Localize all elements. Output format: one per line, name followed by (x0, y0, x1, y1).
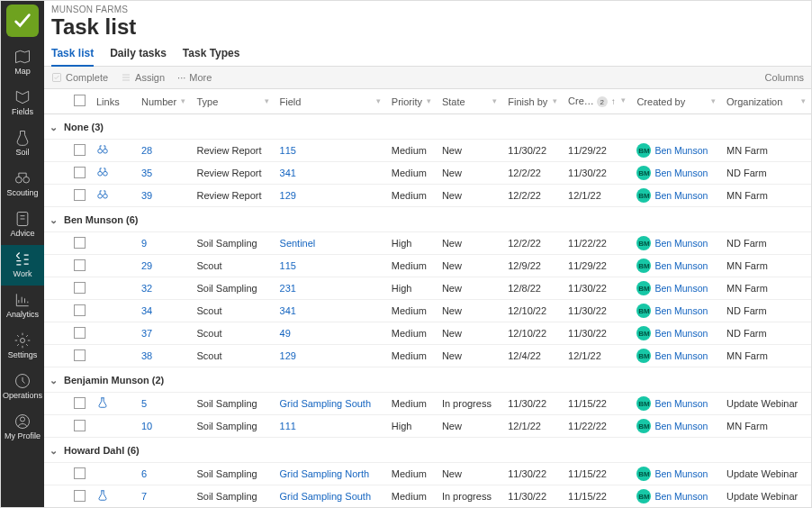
avatar[interactable]: BMBen Munson (636, 349, 708, 363)
task-number-link[interactable]: 7 (141, 491, 147, 502)
avatar[interactable]: BMBen Munson (636, 166, 708, 180)
field-link[interactable]: 129 (280, 190, 296, 201)
checkbox-icon[interactable] (74, 95, 86, 106)
col-priority[interactable]: Priority▾ (386, 89, 437, 114)
cell-number[interactable]: 38 (136, 345, 191, 367)
cell-field[interactable]: 111 (275, 415, 386, 438)
avatar[interactable]: BMBen Munson (636, 188, 708, 203)
cell-field[interactable]: 49 (275, 322, 386, 345)
cell-number[interactable]: 34 (136, 300, 191, 322)
filter-icon[interactable]: ▾ (801, 96, 806, 105)
table-row[interactable]: 5Soil SamplingGrid Sampling SouthMediumI… (44, 393, 811, 415)
cell-field[interactable]: 341 (275, 162, 386, 185)
field-link[interactable]: Grid Sampling South (280, 491, 372, 502)
checkbox-icon[interactable] (74, 397, 86, 409)
cell-field[interactable]: 129 (275, 185, 386, 207)
filter-icon[interactable]: ▾ (376, 96, 381, 105)
checkbox-icon[interactable] (74, 144, 86, 156)
task-number-link[interactable]: 37 (141, 328, 152, 339)
task-number-link[interactable]: 32 (141, 283, 152, 294)
checkbox-icon[interactable] (74, 259, 86, 271)
cell-number[interactable]: 29 (136, 255, 191, 277)
avatar[interactable]: BMBen Munson (636, 259, 708, 273)
checkbox-icon[interactable] (74, 167, 86, 178)
sidebar-item-scouting[interactable]: Scouting (1, 164, 44, 204)
sidebar-item-map[interactable]: Map (1, 42, 44, 83)
table-row[interactable]: 7Soil SamplingGrid Sampling SouthMediumI… (44, 485, 811, 508)
task-number-link[interactable]: 29 (141, 260, 152, 271)
col-links[interactable]: Links (91, 89, 136, 114)
table-row[interactable]: 35Review Report341MediumNew12/2/2211/30/… (44, 162, 811, 185)
table-row[interactable]: 34Scout341MediumNew12/10/2211/30/22BMBen… (44, 300, 811, 322)
col-field[interactable]: Field▾ (275, 89, 386, 114)
group-header[interactable]: ⌄None (3) (44, 114, 811, 140)
table-row[interactable]: 39Review Report129MediumNew12/2/2212/1/2… (44, 185, 811, 207)
table-row[interactable]: 6Soil SamplingGrid Sampling NorthMediumN… (44, 463, 811, 485)
cell-select[interactable] (68, 277, 91, 300)
col-number[interactable]: Number▾ (136, 89, 191, 114)
col-select[interactable] (68, 89, 91, 114)
table-row[interactable]: 29Scout115MediumNew12/9/2211/29/22BMBen … (44, 255, 811, 277)
filter-icon[interactable]: ▾ (265, 96, 269, 105)
col-created-by[interactable]: Created by▾ (631, 89, 721, 114)
checkbox-icon[interactable] (74, 327, 86, 339)
sidebar-item-operations[interactable]: Operations (1, 367, 44, 407)
filter-icon[interactable]: ▾ (621, 95, 626, 104)
binoculars-icon[interactable] (96, 143, 109, 156)
cell-number[interactable]: 39 (136, 185, 191, 207)
cell-number[interactable]: 5 (136, 393, 191, 415)
table-row[interactable]: 28Review Report115MediumNew11/30/2211/29… (44, 140, 811, 162)
sidebar-item-work[interactable]: Work (1, 245, 44, 286)
filter-icon[interactable]: ▾ (427, 96, 431, 105)
filter-icon[interactable]: ▾ (492, 96, 497, 105)
tab-daily-tasks[interactable]: Daily tasks (110, 41, 167, 66)
cell-select[interactable] (68, 415, 91, 438)
field-link[interactable]: 49 (280, 328, 291, 339)
field-link[interactable]: Sentinel (280, 238, 316, 249)
group-header[interactable]: ⌄Howard Dahl (6) (44, 438, 811, 463)
tab-task-list[interactable]: Task list (51, 41, 94, 66)
cell-field[interactable]: 115 (275, 140, 386, 162)
sidebar-item-soil[interactable]: Soil (1, 123, 44, 164)
binoculars-icon[interactable] (96, 166, 109, 178)
col-state[interactable]: State▾ (437, 89, 502, 114)
avatar[interactable]: BMBen Munson (636, 304, 708, 318)
field-link[interactable]: Grid Sampling North (280, 468, 370, 479)
field-link[interactable]: 341 (280, 168, 296, 178)
task-number-link[interactable]: 9 (141, 238, 147, 249)
sidebar-item-analytics[interactable]: Analytics (1, 286, 44, 326)
field-link[interactable]: 341 (280, 305, 296, 316)
checkbox-icon[interactable] (74, 490, 86, 502)
assign-button[interactable]: Assign (121, 72, 165, 83)
col-type[interactable]: Type▾ (191, 89, 274, 114)
cell-number[interactable]: 32 (136, 277, 191, 300)
checkbox-icon[interactable] (74, 467, 86, 479)
field-link[interactable]: 231 (280, 283, 296, 294)
field-link[interactable]: 129 (280, 350, 296, 361)
cell-select[interactable] (68, 463, 91, 485)
avatar[interactable]: BMBen Munson (636, 396, 708, 411)
table-row[interactable]: 37Scout49MediumNew12/10/2211/30/22BMBen … (44, 322, 811, 345)
group-header[interactable]: ⌄Benjamin Munson (2) (44, 367, 811, 393)
cell-number[interactable]: 37 (136, 322, 191, 345)
cell-select[interactable] (68, 162, 91, 185)
task-number-link[interactable]: 6 (141, 468, 147, 479)
task-number-link[interactable]: 39 (141, 190, 152, 201)
table-row[interactable]: 38Scout129MediumNew12/4/2212/1/22BMBen M… (44, 345, 811, 367)
cell-field[interactable]: Sentinel (275, 232, 386, 255)
sidebar-item-advice[interactable]: Advice (1, 204, 44, 245)
binoculars-icon[interactable] (96, 188, 109, 201)
table-row[interactable]: 10Soil Sampling111HighNew12/1/2211/22/22… (44, 415, 811, 438)
col-organization[interactable]: Organization▾ (721, 89, 811, 114)
col-cre-[interactable]: Cre…2↑▾ (563, 89, 631, 114)
cell-number[interactable]: 10 (136, 415, 191, 438)
cell-select[interactable] (68, 232, 91, 255)
more-button[interactable]: ··· More (177, 72, 212, 83)
columns-button[interactable]: Columns (765, 72, 804, 83)
tab-task-types[interactable]: Task Types (183, 41, 240, 66)
complete-button[interactable]: Complete (51, 72, 108, 83)
sidebar-item-fields[interactable]: Fields (1, 83, 44, 123)
avatar[interactable]: BMBen Munson (636, 326, 708, 340)
checkbox-icon[interactable] (74, 420, 86, 431)
task-number-link[interactable]: 38 (141, 350, 152, 361)
